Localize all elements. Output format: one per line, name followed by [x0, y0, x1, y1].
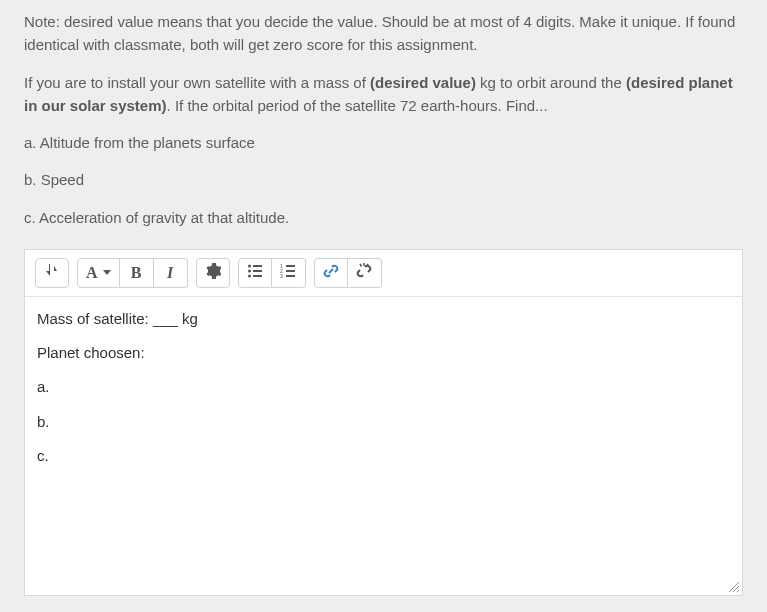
link-icon — [323, 263, 339, 282]
unordered-list-button[interactable] — [238, 258, 272, 288]
font-picker-button[interactable]: A — [77, 258, 120, 288]
svg-rect-5 — [253, 275, 262, 277]
svg-rect-11 — [286, 275, 295, 277]
italic-label: I — [167, 264, 173, 282]
italic-button[interactable]: I — [154, 258, 188, 288]
sentence-part-2: kg to orbit around the — [476, 74, 626, 91]
bold-button[interactable]: B — [120, 258, 154, 288]
desired-value-bold: (desired value) — [370, 74, 476, 91]
svg-rect-7 — [286, 265, 295, 267]
svg-rect-1 — [253, 265, 262, 267]
question-note: Note: desired value means that you decid… — [24, 10, 743, 57]
svg-point-2 — [248, 270, 251, 273]
editor-line-c: c. — [37, 446, 730, 466]
question-sentence: If you are to install your own satellite… — [24, 71, 743, 118]
sentence-part-3: . If the orbital period of the satellite… — [167, 97, 548, 114]
bullet-list-icon — [247, 263, 263, 282]
svg-point-0 — [248, 265, 251, 268]
bold-label: B — [131, 264, 142, 282]
toggle-toolbar-button[interactable] — [35, 258, 69, 288]
editor-line-planet: Planet choosen: — [37, 343, 730, 363]
editor-line-b: b. — [37, 412, 730, 432]
svg-rect-9 — [286, 270, 295, 272]
question-item-a: a. Altitude from the planets surface — [24, 131, 743, 154]
dropdown-caret-icon — [103, 270, 111, 275]
unlink-icon — [356, 263, 372, 282]
numbered-list-icon: 123 — [280, 263, 296, 282]
toggle-icon — [44, 263, 60, 282]
svg-rect-3 — [253, 270, 262, 272]
editor-content-area[interactable]: Mass of satellite: ___ kg Planet choosen… — [25, 297, 742, 595]
svg-point-4 — [248, 275, 251, 278]
unlink-button[interactable] — [348, 258, 382, 288]
svg-text:3: 3 — [280, 273, 283, 279]
answer-editor: A B I — [24, 249, 743, 596]
editor-line-a: a. — [37, 377, 730, 397]
assignment-panel: Note: desired value means that you decid… — [0, 0, 767, 596]
gear-icon — [205, 263, 221, 282]
question-item-c: c. Acceleration of gravity at that altit… — [24, 206, 743, 229]
question-text: Note: desired value means that you decid… — [24, 10, 743, 229]
ordered-list-button[interactable]: 123 — [272, 258, 306, 288]
font-label: A — [86, 264, 98, 282]
resize-handle[interactable] — [726, 579, 740, 593]
question-item-b: b. Speed — [24, 168, 743, 191]
svg-line-17 — [737, 590, 739, 592]
insert-link-button[interactable] — [314, 258, 348, 288]
sentence-part-1: If you are to install your own satellite… — [24, 74, 370, 91]
editor-line-mass: Mass of satellite: ___ kg — [37, 309, 730, 329]
editor-toolbar: A B I — [25, 250, 742, 297]
settings-button[interactable] — [196, 258, 230, 288]
svg-line-14 — [360, 264, 362, 267]
